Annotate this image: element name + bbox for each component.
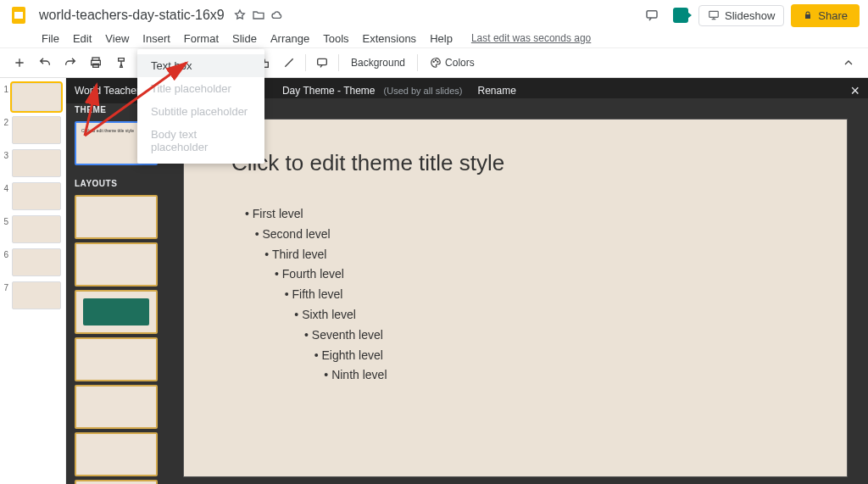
svg-rect-3 — [709, 11, 719, 17]
lock-icon — [803, 10, 813, 20]
dropdown-item-subtitle-placeholder: Subtitle placeholder — [137, 100, 264, 123]
cloud-status-icon[interactable] — [270, 8, 284, 22]
theme-title-placeholder[interactable]: Click to edit theme title style — [231, 150, 504, 176]
meet-icon — [673, 8, 688, 23]
outline-level: • First level — [245, 204, 387, 225]
slide-number: 5 — [2, 215, 8, 243]
svg-rect-6 — [93, 64, 99, 67]
colors-button[interactable]: Colors — [423, 53, 481, 72]
menu-arrange[interactable]: Arrange — [264, 31, 315, 47]
palette-icon — [430, 57, 442, 69]
redo-button[interactable] — [59, 52, 81, 74]
theme-header-used: (Used by all slides) — [384, 86, 463, 96]
slide-preview — [12, 215, 61, 243]
rename-button[interactable]: Rename — [477, 85, 515, 97]
horizontal-ruler[interactable] — [166, 98, 868, 112]
comment-history-icon[interactable] — [641, 4, 663, 26]
slide-thumbnail[interactable]: 7 — [2, 281, 64, 309]
slide-number: 2 — [2, 116, 8, 144]
slide-canvas[interactable]: Click to edit theme title style • First … — [183, 119, 848, 477]
stage: Click to edit theme title style • First … — [166, 78, 868, 484]
title-bar-right: Slideshow Share — [641, 4, 860, 27]
toolbar: Background Colors — [0, 47, 868, 78]
line-tool-button[interactable] — [278, 52, 300, 74]
layout-thumbnail[interactable] — [75, 480, 158, 484]
print-button[interactable] — [85, 52, 107, 74]
close-theme-editor-button[interactable]: × — [850, 83, 860, 98]
layout-thumbnail[interactable] — [75, 242, 158, 287]
slide-thumbnail[interactable]: 1 — [2, 83, 64, 111]
menu-file[interactable]: File — [36, 31, 65, 47]
svg-rect-2 — [647, 11, 657, 18]
slide-number: 6 — [2, 248, 8, 276]
collapse-toolbar-button[interactable] — [837, 52, 860, 74]
menu-slide[interactable]: Slide — [226, 31, 263, 47]
title-bar: world-teachers-day-static-16x9 Slideshow… — [0, 0, 868, 29]
layout-thumbnail[interactable] — [75, 432, 158, 476]
move-folder-icon[interactable] — [252, 8, 265, 22]
outline-level: • Fifth level — [245, 285, 387, 305]
separator — [305, 54, 306, 71]
layout-thumbnail[interactable] — [75, 195, 158, 239]
slide-thumbnail[interactable]: 3 — [2, 149, 64, 177]
outline-level: • Seventh level — [245, 325, 387, 346]
svg-point-14 — [433, 61, 434, 62]
dropdown-item-text-box[interactable]: Text box — [137, 54, 264, 77]
separator — [417, 54, 418, 71]
slide-thumbnail[interactable]: 2 — [2, 116, 64, 144]
layout-thumbnail[interactable] — [75, 337, 158, 381]
last-edit-link[interactable]: Last edit was seconds ago — [465, 31, 597, 46]
layout-thumbnail[interactable] — [75, 385, 158, 429]
menu-help[interactable]: Help — [424, 31, 459, 47]
slide-preview — [12, 83, 61, 111]
slide-number: 7 — [2, 281, 8, 309]
document-name[interactable]: world-teachers-day-static-16x9 — [36, 6, 228, 25]
svg-point-16 — [437, 61, 438, 62]
menu-edit[interactable]: Edit — [67, 31, 97, 47]
slide-thumbnail[interactable]: 6 — [2, 248, 64, 276]
slide-number: 4 — [2, 182, 8, 210]
slide-preview — [12, 116, 61, 144]
slide-thumbnail[interactable]: 4 — [2, 182, 64, 210]
slide-preview — [12, 149, 61, 177]
menu-insert[interactable]: Insert — [136, 31, 176, 47]
background-button[interactable]: Background — [344, 53, 412, 72]
outline-level: • Third level — [245, 245, 387, 265]
slide-thumbnail[interactable]: 5 — [2, 215, 64, 243]
separator — [338, 54, 339, 71]
menu-tools[interactable]: Tools — [317, 31, 354, 47]
paint-format-button[interactable] — [110, 52, 132, 74]
menu-extensions[interactable]: Extensions — [357, 31, 423, 47]
theme-body-placeholder[interactable]: • First level • Second level • Third lev… — [245, 204, 387, 386]
background-label: Background — [351, 57, 405, 69]
svg-point-15 — [435, 60, 436, 61]
star-icon[interactable] — [233, 8, 247, 22]
comment-button[interactable] — [311, 52, 333, 74]
layout-thumbnail[interactable] — [75, 290, 158, 334]
share-button[interactable]: Share — [791, 4, 860, 27]
layouts-section-label: LAYOUTS — [66, 172, 166, 192]
svg-rect-1 — [14, 12, 23, 19]
canvas-holder: Click to edit theme title style • First … — [166, 112, 868, 484]
slideshow-button[interactable]: Slideshow — [698, 5, 784, 26]
outline-level: • Ninth level — [245, 365, 387, 386]
slides-logo-icon[interactable] — [7, 3, 31, 27]
slide-number: 3 — [2, 149, 8, 177]
slide-thumbnail-panel[interactable]: 1234567 — [0, 78, 66, 484]
dropdown-item-body-text-placeholder: Body text placeholder — [137, 123, 264, 159]
menu-bar: File Edit View Insert Format Slide Arran… — [0, 29, 868, 47]
colors-label: Colors — [445, 57, 475, 69]
menu-view[interactable]: View — [99, 31, 135, 47]
undo-button[interactable] — [34, 52, 56, 74]
meet-button[interactable] — [670, 4, 692, 26]
slide-preview — [12, 281, 61, 309]
outline-level: • Eighth level — [245, 346, 387, 366]
new-slide-button[interactable] — [8, 52, 31, 74]
vertical-ruler[interactable] — [170, 119, 183, 477]
present-icon — [708, 9, 720, 21]
outline-level: • Second level — [245, 225, 387, 245]
outline-level: • Fourth level — [245, 264, 387, 285]
svg-rect-13 — [318, 58, 327, 64]
menu-format[interactable]: Format — [178, 31, 225, 47]
slide-preview — [12, 182, 61, 210]
